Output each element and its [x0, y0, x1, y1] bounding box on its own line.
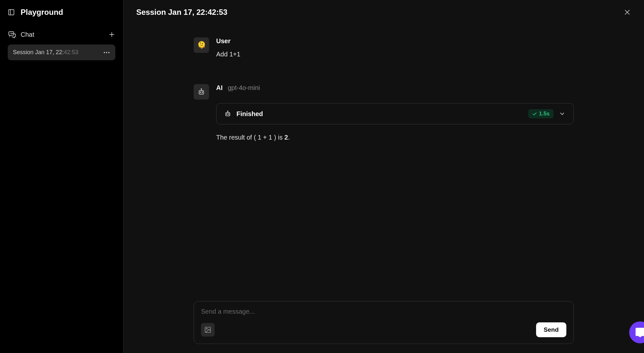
ai-response-suffix: .	[288, 134, 290, 141]
sidebar-chat-section: Chat Session Jan 17, 22:42:53	[0, 26, 123, 60]
page-title: Session Jan 17, 22:42:53	[136, 8, 227, 17]
robot-icon	[224, 110, 231, 117]
status-label: Finished	[236, 110, 263, 118]
status-card[interactable]: Finished 1.5s	[216, 103, 574, 124]
conversation: 🫠 User Add 1+1	[123, 25, 644, 301]
session-name-prefix: Session Jan 17, 22:	[13, 49, 64, 55]
session-menu-button[interactable]	[103, 51, 110, 54]
collapse-sidebar-icon[interactable]	[8, 9, 15, 16]
svg-point-8	[202, 92, 203, 93]
user-message: 🫠 User Add 1+1	[194, 37, 574, 59]
sidebar-header: Playground	[0, 8, 123, 26]
duration-text: 1.5s	[539, 111, 550, 117]
chevron-down-icon[interactable]	[559, 110, 566, 117]
user-role-label: User	[216, 37, 230, 45]
ai-role-label: AI	[216, 84, 223, 92]
svg-point-7	[200, 92, 201, 93]
svg-rect-0	[9, 10, 14, 15]
svg-point-17	[206, 328, 207, 329]
ai-message: AI gpt-4o-mini	[194, 84, 574, 142]
svg-point-15	[227, 111, 228, 112]
status-left: Finished	[224, 110, 263, 118]
attach-image-button[interactable]	[201, 323, 215, 337]
main-header: Session Jan 17, 22:42:53	[123, 0, 644, 25]
svg-point-10	[201, 89, 202, 89]
user-avatar: 🫠	[194, 37, 209, 53]
ai-model-label: gpt-4o-mini	[228, 84, 260, 92]
sidebar: Playground Chat	[0, 0, 123, 353]
user-message-content: User Add 1+1	[216, 37, 574, 59]
app-title: Playground	[21, 8, 63, 17]
user-message-text: Add 1+1	[216, 49, 574, 59]
intercom-icon	[635, 327, 644, 338]
chat-icon	[8, 30, 16, 39]
ai-response-prefix: The result of ( 1 + 1 ) is	[216, 134, 284, 141]
chat-section-header: Chat	[8, 26, 115, 44]
session-item-label: Session Jan 17, 22:42:53	[13, 49, 78, 56]
composer-wrap: Send	[123, 301, 644, 353]
message-input[interactable]	[201, 308, 566, 315]
main-panel: Session Jan 17, 22:42:53 🫠 User Add 1+1	[123, 0, 644, 353]
close-button[interactable]	[623, 8, 631, 16]
session-name-dim: 42:53	[64, 49, 78, 55]
user-role-row: User	[216, 37, 574, 45]
new-chat-button[interactable]	[108, 31, 115, 38]
status-right: 1.5s	[528, 109, 566, 118]
user-avatar-emoji: 🫠	[197, 41, 206, 49]
chat-section-left: Chat	[8, 30, 34, 39]
ai-avatar	[194, 84, 209, 100]
duration-badge: 1.5s	[528, 109, 553, 118]
send-button[interactable]: Send	[536, 322, 566, 337]
robot-icon	[197, 88, 205, 96]
ai-message-content: AI gpt-4o-mini	[216, 84, 574, 142]
svg-point-13	[228, 114, 229, 114]
composer-toolbar: Send	[201, 322, 566, 337]
ai-role-row: AI gpt-4o-mini	[216, 84, 574, 92]
svg-point-12	[226, 114, 227, 114]
chat-label: Chat	[21, 31, 34, 38]
image-icon	[204, 326, 211, 333]
session-item[interactable]: Session Jan 17, 22:42:53	[8, 44, 115, 60]
ai-response-bold: 2	[284, 134, 288, 141]
check-icon	[532, 112, 537, 116]
composer: Send	[194, 301, 574, 344]
ai-response-text: The result of ( 1 + 1 ) is 2.	[216, 132, 574, 142]
